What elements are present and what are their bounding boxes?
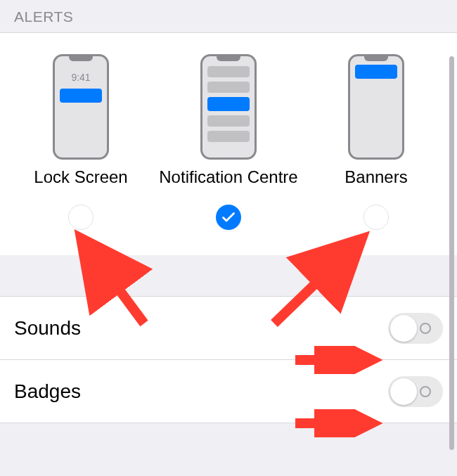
alert-option-notification-centre[interactable]: Notification Centre <box>158 54 299 230</box>
alert-label-banners: Banners <box>345 167 407 188</box>
footer-spacer <box>0 423 457 437</box>
alert-check-banners[interactable] <box>363 205 389 230</box>
notification-centre-preview-icon <box>200 54 257 160</box>
spacer <box>0 255 457 296</box>
alerts-panel: 9:41 Lock Screen Notification Centre Ban… <box>0 33 457 255</box>
alert-option-lock-screen[interactable]: 9:41 Lock Screen <box>11 54 151 230</box>
alert-label-lock-screen: Lock Screen <box>34 167 127 188</box>
lock-screen-preview-icon: 9:41 <box>53 54 109 160</box>
lock-screen-time: 9:41 <box>55 72 107 83</box>
scrollbar[interactable] <box>449 56 454 450</box>
label-badges: Badges <box>14 380 81 403</box>
toggle-sounds[interactable] <box>388 313 443 344</box>
banners-preview-icon <box>348 54 404 160</box>
alert-check-notification-centre[interactable] <box>216 205 241 230</box>
checkmark-icon <box>222 212 235 222</box>
alert-label-notification-centre: Notification Centre <box>159 167 297 188</box>
row-sounds: Sounds <box>0 296 457 359</box>
toggle-badges[interactable] <box>388 376 443 407</box>
alert-check-lock-screen[interactable] <box>68 205 94 230</box>
label-sounds: Sounds <box>14 317 81 340</box>
alert-option-banners[interactable]: Banners <box>306 54 446 230</box>
section-header-alerts: ALERTS <box>0 0 457 33</box>
row-badges: Badges <box>0 359 457 423</box>
